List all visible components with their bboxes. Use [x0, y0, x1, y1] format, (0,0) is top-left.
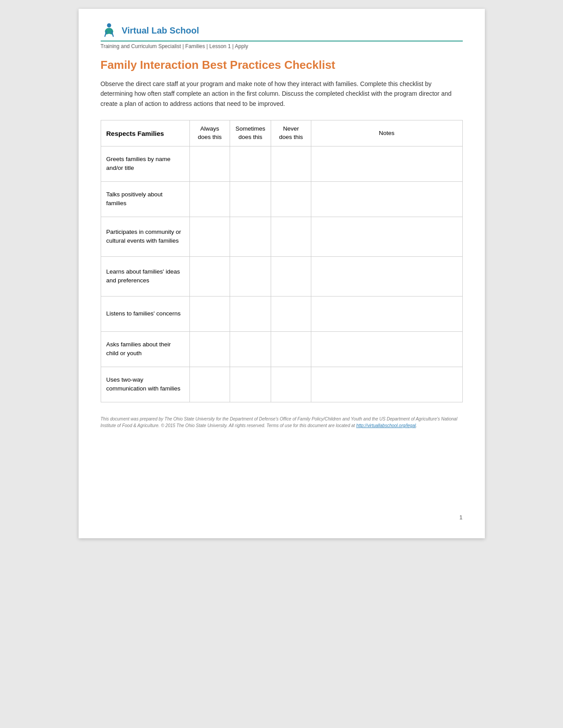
always-cell	[190, 181, 230, 217]
table-row: Participates in community or cultural ev…	[101, 217, 462, 256]
col-header-sometimes: Sometimes does this	[230, 120, 271, 146]
never-cell	[271, 296, 311, 331]
never-cell	[271, 367, 311, 402]
action-cell: Uses two-way communication with families	[101, 367, 190, 402]
notes-cell	[311, 296, 462, 331]
action-cell: Greets families by name and/or title	[101, 146, 190, 181]
logo-icon	[101, 22, 117, 39]
always-cell	[190, 296, 230, 331]
table-row: Talks positively about families	[101, 181, 462, 217]
never-cell	[271, 256, 311, 296]
table-row: Asks families about their child or youth	[101, 331, 462, 367]
sometimes-cell	[230, 367, 271, 402]
never-cell	[271, 217, 311, 256]
logo-text: Virtual Lab School	[122, 26, 199, 36]
notes-cell	[311, 331, 462, 367]
svg-point-0	[107, 23, 111, 28]
notes-cell	[311, 181, 462, 217]
sometimes-cell	[230, 181, 271, 217]
notes-cell	[311, 256, 462, 296]
col-header-always: Always does this	[190, 120, 230, 146]
action-cell: Talks positively about families	[101, 181, 190, 217]
sometimes-cell	[230, 146, 271, 181]
action-cell: Asks families about their child or youth	[101, 331, 190, 367]
table-row: Listens to families' concerns	[101, 296, 462, 331]
sometimes-cell	[230, 331, 271, 367]
always-cell	[190, 331, 230, 367]
table-row: Learns about families' ideas and prefere…	[101, 256, 462, 296]
col-header-respects: Respects Families	[101, 120, 190, 146]
checklist-table: Respects Families Always does this Somet…	[101, 120, 463, 402]
document-page: Virtual Lab School Training and Curricul…	[79, 9, 485, 538]
header: Virtual Lab School	[101, 22, 463, 39]
page-title: Family Interaction Best Practices Checkl…	[101, 58, 463, 72]
action-cell: Participates in community or cultural ev…	[101, 217, 190, 256]
col-header-notes: Notes	[311, 120, 462, 146]
always-cell	[190, 256, 230, 296]
action-cell: Learns about families' ideas and prefere…	[101, 256, 190, 296]
sometimes-cell	[230, 256, 271, 296]
never-cell	[271, 181, 311, 217]
footer-link[interactable]: http://virtuallabschool.org/legal	[356, 423, 416, 428]
breadcrumb: Training and Curriculum Specialist | Fam…	[101, 41, 463, 49]
action-cell: Listens to families' concerns	[101, 296, 190, 331]
never-cell	[271, 331, 311, 367]
table-row: Greets families by name and/or title	[101, 146, 462, 181]
notes-cell	[311, 367, 462, 402]
sometimes-cell	[230, 217, 271, 256]
always-cell	[190, 367, 230, 402]
always-cell	[190, 217, 230, 256]
page-number: 1	[459, 514, 462, 521]
notes-cell	[311, 217, 462, 256]
notes-cell	[311, 146, 462, 181]
never-cell	[271, 146, 311, 181]
table-row: Uses two-way communication with families	[101, 367, 462, 402]
col-header-never: Never does this	[271, 120, 311, 146]
always-cell	[190, 146, 230, 181]
sometimes-cell	[230, 296, 271, 331]
footer-text: This document was prepared by The Ohio S…	[101, 416, 463, 429]
intro-text: Observe the direct care staff at your pr…	[101, 79, 463, 109]
